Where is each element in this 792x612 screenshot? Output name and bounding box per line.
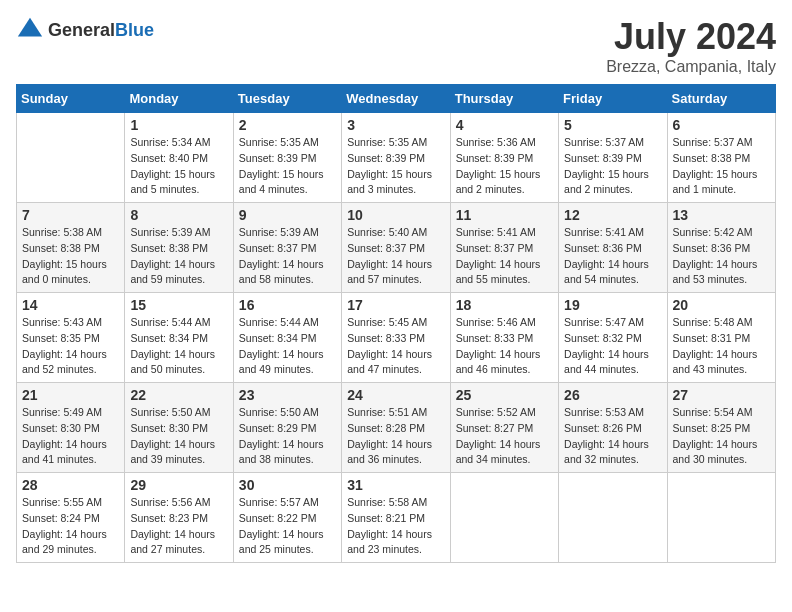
calendar-cell: 28Sunrise: 5:55 AM Sunset: 8:24 PM Dayli… <box>17 473 125 563</box>
day-number: 24 <box>347 387 444 403</box>
calendar-week-2: 7Sunrise: 5:38 AM Sunset: 8:38 PM Daylig… <box>17 203 776 293</box>
day-info: Sunrise: 5:45 AM Sunset: 8:33 PM Dayligh… <box>347 315 444 378</box>
day-info: Sunrise: 5:34 AM Sunset: 8:40 PM Dayligh… <box>130 135 227 198</box>
day-info: Sunrise: 5:41 AM Sunset: 8:36 PM Dayligh… <box>564 225 661 288</box>
day-info: Sunrise: 5:54 AM Sunset: 8:25 PM Dayligh… <box>673 405 770 468</box>
logo-blue: Blue <box>115 20 154 40</box>
calendar-cell: 8Sunrise: 5:39 AM Sunset: 8:38 PM Daylig… <box>125 203 233 293</box>
calendar-cell: 26Sunrise: 5:53 AM Sunset: 8:26 PM Dayli… <box>559 383 667 473</box>
calendar-week-5: 28Sunrise: 5:55 AM Sunset: 8:24 PM Dayli… <box>17 473 776 563</box>
calendar-cell: 3Sunrise: 5:35 AM Sunset: 8:39 PM Daylig… <box>342 113 450 203</box>
day-number: 14 <box>22 297 119 313</box>
title-section: July 2024 Brezza, Campania, Italy <box>606 16 776 76</box>
day-number: 2 <box>239 117 336 133</box>
day-info: Sunrise: 5:53 AM Sunset: 8:26 PM Dayligh… <box>564 405 661 468</box>
header-sunday: Sunday <box>17 85 125 113</box>
day-info: Sunrise: 5:35 AM Sunset: 8:39 PM Dayligh… <box>239 135 336 198</box>
day-info: Sunrise: 5:44 AM Sunset: 8:34 PM Dayligh… <box>130 315 227 378</box>
day-info: Sunrise: 5:35 AM Sunset: 8:39 PM Dayligh… <box>347 135 444 198</box>
calendar-cell <box>450 473 558 563</box>
calendar-cell: 17Sunrise: 5:45 AM Sunset: 8:33 PM Dayli… <box>342 293 450 383</box>
day-number: 25 <box>456 387 553 403</box>
day-info: Sunrise: 5:46 AM Sunset: 8:33 PM Dayligh… <box>456 315 553 378</box>
day-info: Sunrise: 5:58 AM Sunset: 8:21 PM Dayligh… <box>347 495 444 558</box>
calendar-cell: 12Sunrise: 5:41 AM Sunset: 8:36 PM Dayli… <box>559 203 667 293</box>
day-info: Sunrise: 5:42 AM Sunset: 8:36 PM Dayligh… <box>673 225 770 288</box>
day-number: 22 <box>130 387 227 403</box>
day-info: Sunrise: 5:36 AM Sunset: 8:39 PM Dayligh… <box>456 135 553 198</box>
day-number: 1 <box>130 117 227 133</box>
day-number: 9 <box>239 207 336 223</box>
day-number: 16 <box>239 297 336 313</box>
calendar-cell: 25Sunrise: 5:52 AM Sunset: 8:27 PM Dayli… <box>450 383 558 473</box>
calendar-cell: 15Sunrise: 5:44 AM Sunset: 8:34 PM Dayli… <box>125 293 233 383</box>
day-info: Sunrise: 5:57 AM Sunset: 8:22 PM Dayligh… <box>239 495 336 558</box>
day-number: 27 <box>673 387 770 403</box>
day-info: Sunrise: 5:41 AM Sunset: 8:37 PM Dayligh… <box>456 225 553 288</box>
day-number: 4 <box>456 117 553 133</box>
calendar-cell: 11Sunrise: 5:41 AM Sunset: 8:37 PM Dayli… <box>450 203 558 293</box>
day-number: 28 <box>22 477 119 493</box>
day-info: Sunrise: 5:38 AM Sunset: 8:38 PM Dayligh… <box>22 225 119 288</box>
day-info: Sunrise: 5:48 AM Sunset: 8:31 PM Dayligh… <box>673 315 770 378</box>
logo-text: GeneralBlue <box>48 20 154 41</box>
calendar-cell: 2Sunrise: 5:35 AM Sunset: 8:39 PM Daylig… <box>233 113 341 203</box>
day-info: Sunrise: 5:55 AM Sunset: 8:24 PM Dayligh… <box>22 495 119 558</box>
day-number: 6 <box>673 117 770 133</box>
calendar-cell: 16Sunrise: 5:44 AM Sunset: 8:34 PM Dayli… <box>233 293 341 383</box>
svg-marker-0 <box>18 18 42 37</box>
month-title: July 2024 <box>606 16 776 58</box>
logo-icon <box>16 16 44 44</box>
day-info: Sunrise: 5:37 AM Sunset: 8:38 PM Dayligh… <box>673 135 770 198</box>
day-number: 19 <box>564 297 661 313</box>
day-number: 20 <box>673 297 770 313</box>
calendar-cell: 18Sunrise: 5:46 AM Sunset: 8:33 PM Dayli… <box>450 293 558 383</box>
calendar-cell: 19Sunrise: 5:47 AM Sunset: 8:32 PM Dayli… <box>559 293 667 383</box>
calendar-cell: 6Sunrise: 5:37 AM Sunset: 8:38 PM Daylig… <box>667 113 775 203</box>
calendar-cell: 1Sunrise: 5:34 AM Sunset: 8:40 PM Daylig… <box>125 113 233 203</box>
day-number: 11 <box>456 207 553 223</box>
day-number: 12 <box>564 207 661 223</box>
calendar-cell: 4Sunrise: 5:36 AM Sunset: 8:39 PM Daylig… <box>450 113 558 203</box>
location-title: Brezza, Campania, Italy <box>606 58 776 76</box>
day-number: 26 <box>564 387 661 403</box>
calendar-cell <box>17 113 125 203</box>
logo-general: General <box>48 20 115 40</box>
day-number: 7 <box>22 207 119 223</box>
calendar-cell: 10Sunrise: 5:40 AM Sunset: 8:37 PM Dayli… <box>342 203 450 293</box>
day-number: 8 <box>130 207 227 223</box>
day-number: 15 <box>130 297 227 313</box>
calendar-cell: 29Sunrise: 5:56 AM Sunset: 8:23 PM Dayli… <box>125 473 233 563</box>
calendar-cell: 27Sunrise: 5:54 AM Sunset: 8:25 PM Dayli… <box>667 383 775 473</box>
calendar-cell: 22Sunrise: 5:50 AM Sunset: 8:30 PM Dayli… <box>125 383 233 473</box>
calendar-cell: 31Sunrise: 5:58 AM Sunset: 8:21 PM Dayli… <box>342 473 450 563</box>
header-wednesday: Wednesday <box>342 85 450 113</box>
day-number: 29 <box>130 477 227 493</box>
header-thursday: Thursday <box>450 85 558 113</box>
day-info: Sunrise: 5:51 AM Sunset: 8:28 PM Dayligh… <box>347 405 444 468</box>
day-info: Sunrise: 5:37 AM Sunset: 8:39 PM Dayligh… <box>564 135 661 198</box>
calendar-cell: 5Sunrise: 5:37 AM Sunset: 8:39 PM Daylig… <box>559 113 667 203</box>
calendar-cell <box>559 473 667 563</box>
day-info: Sunrise: 5:50 AM Sunset: 8:30 PM Dayligh… <box>130 405 227 468</box>
calendar-cell: 14Sunrise: 5:43 AM Sunset: 8:35 PM Dayli… <box>17 293 125 383</box>
day-number: 18 <box>456 297 553 313</box>
day-info: Sunrise: 5:49 AM Sunset: 8:30 PM Dayligh… <box>22 405 119 468</box>
calendar-cell: 9Sunrise: 5:39 AM Sunset: 8:37 PM Daylig… <box>233 203 341 293</box>
calendar-cell: 30Sunrise: 5:57 AM Sunset: 8:22 PM Dayli… <box>233 473 341 563</box>
header-friday: Friday <box>559 85 667 113</box>
header-saturday: Saturday <box>667 85 775 113</box>
calendar-week-1: 1Sunrise: 5:34 AM Sunset: 8:40 PM Daylig… <box>17 113 776 203</box>
day-number: 31 <box>347 477 444 493</box>
day-info: Sunrise: 5:40 AM Sunset: 8:37 PM Dayligh… <box>347 225 444 288</box>
day-info: Sunrise: 5:39 AM Sunset: 8:38 PM Dayligh… <box>130 225 227 288</box>
day-number: 17 <box>347 297 444 313</box>
calendar-cell: 13Sunrise: 5:42 AM Sunset: 8:36 PM Dayli… <box>667 203 775 293</box>
day-info: Sunrise: 5:44 AM Sunset: 8:34 PM Dayligh… <box>239 315 336 378</box>
header-tuesday: Tuesday <box>233 85 341 113</box>
calendar-cell: 20Sunrise: 5:48 AM Sunset: 8:31 PM Dayli… <box>667 293 775 383</box>
day-number: 5 <box>564 117 661 133</box>
page-header: GeneralBlue July 2024 Brezza, Campania, … <box>16 16 776 76</box>
day-info: Sunrise: 5:52 AM Sunset: 8:27 PM Dayligh… <box>456 405 553 468</box>
day-number: 13 <box>673 207 770 223</box>
